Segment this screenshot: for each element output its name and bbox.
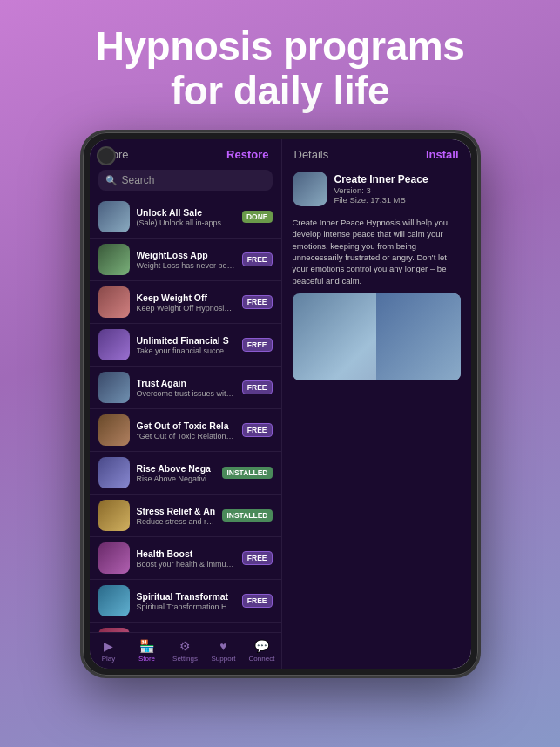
play-icon: ▶ [104,639,113,653]
item-badge: DONE [242,211,273,223]
item-thumbnail [98,585,130,616]
list-item[interactable]: Keep Weight Off Keep Weight Off Hypnosis… [90,281,281,324]
item-thumbnail [98,414,130,446]
item-title: Spiritual Transformat [137,591,235,602]
app-filesize: File Size: 17.31 MB [334,195,461,205]
item-desc: "Get Out of Toxic Relationships Hypnosis… [137,432,235,441]
item-desc: Boost your health & immune system [137,560,235,569]
app-name: Create Inner Peace [334,173,461,185]
item-thumbnail [98,500,130,531]
nav-label-connect: Connect [249,655,275,663]
item-desc: Rise Above Negativity Hypnosis will buil… [137,474,216,483]
app-description: Create Inner Peace Hypnosis will help yo… [282,212,471,293]
item-badge: FREE [242,295,273,309]
item-info: Get Out of Toxic Rela "Get Out of Toxic … [137,421,235,441]
nav-support[interactable]: ♥ Support [205,636,243,665]
item-badge: FREE [242,594,273,608]
connect-icon: 💬 [254,639,269,653]
item-info: Unlock All Sale (Sale) Unlock all in-app… [137,207,235,227]
store-tab[interactable]: Store [102,148,129,161]
item-title: Unlimited Financial S [137,335,235,346]
item-desc: Weight Loss has never been easier! Lose … [137,261,235,270]
item-title: Keep Weight Off [137,293,235,303]
nav-connect[interactable]: 💬 Connect [243,636,281,665]
search-icon: 🔍 [105,175,118,186]
store-panel: Store Restore 🔍 Search Unlock All Sale (… [90,139,281,669]
item-info: Unlimited Financial S Take your financia… [137,335,235,355]
store-header: Store Restore [90,139,281,166]
store-list: Unlock All Sale (Sale) Unlock all in-app… [90,196,281,632]
item-badge: INSTALLED [222,467,272,479]
item-info: Spiritual Transformat Spiritual Transfor… [137,591,235,611]
item-desc: Spiritual Transformation Hypnosis will h… [137,602,235,611]
restore-tab[interactable]: Restore [226,148,268,161]
item-thumbnail [98,372,130,403]
item-badge: FREE [242,380,273,394]
list-item[interactable]: Spiritual Transformat Spiritual Transfor… [90,580,281,622]
search-bar[interactable]: 🔍 Search [98,170,273,191]
item-thumbnail [98,244,130,275]
item-thumbnail [98,201,130,232]
item-title: WeightLoss App [137,250,235,260]
item-badge: FREE [242,551,273,565]
list-item[interactable]: Unlock All Sale (Sale) Unlock all in-app… [90,196,281,239]
item-title: Unlock All Sale [137,207,235,218]
item-thumbnail [98,457,130,488]
item-info: Rise Above Nega Rise Above Negativity Hy… [137,463,216,483]
nav-store[interactable]: 🏪 Store [128,636,166,665]
item-desc: Take your financial success into your ow… [137,347,235,355]
list-item[interactable]: Stress Relief & An Reduce stress and rel… [90,495,281,537]
item-desc: (Sale) Unlock all in-apps permanently to… [137,219,235,227]
item-title: Health Boost [137,548,235,559]
item-badge: FREE [242,252,273,266]
hero-section: Hypnosis programs for daily life [0,0,560,130]
item-info: WeightLoss App Weight Loss has never bee… [137,250,235,270]
tablet-screen: Store Restore 🔍 Search Unlock All Sale (… [90,139,471,669]
item-badge: FREE [242,423,273,437]
app-info-row: Create Inner Peace Version: 3 File Size:… [282,166,471,212]
search-input[interactable]: Search [122,174,155,186]
list-item[interactable]: Trust Again Overcome trust issues with t… [90,367,281,409]
app-meta: Create Inner Peace Version: 3 File Size:… [334,173,461,205]
details-tab-label[interactable]: Details [294,148,329,161]
preview-image [293,293,461,380]
app-version: Version: 3 [334,185,461,195]
list-item[interactable]: Health Boost Boost your health & immune … [90,537,281,580]
item-desc: Overcome trust issues with this soothing… [137,389,235,398]
details-header: Details Install [282,139,471,166]
item-info: Trust Again Overcome trust issues with t… [137,378,235,398]
details-panel: Details Install Create Inner Peace Versi… [281,139,471,669]
nav-settings[interactable]: ⚙ Settings [166,636,205,665]
support-icon: ♥ [219,639,226,653]
item-title: Trust Again [137,378,235,388]
settings-icon: ⚙ [179,639,191,653]
item-title: Stress Relief & An [137,506,216,516]
item-thumbnail [98,329,130,360]
item-info: Stress Relief & An Reduce stress and rel… [137,506,216,526]
preview-silhouette [417,339,435,374]
tablet-device: Store Restore 🔍 Search Unlock All Sale (… [80,130,481,678]
item-desc: Reduce stress and relax your body and mi… [137,517,216,526]
list-item[interactable]: Unlimited Financial S Take your financia… [90,324,281,367]
item-thumbnail [98,286,130,318]
list-item[interactable]: Get Out of Toxic Rela "Get Out of Toxic … [90,409,281,452]
item-desc: Keep Weight Off Hypnosis will help you s… [137,304,235,313]
list-item[interactable]: Soul Transformation Soul Transformation … [90,622,281,632]
item-title: Rise Above Nega [137,463,216,474]
nav-label-support: Support [211,655,235,663]
item-title: Get Out of Toxic Rela [137,421,235,431]
bottom-nav: ▶ Play 🏪 Store ⚙ Settings ♥ Support [90,632,281,669]
list-item[interactable]: Rise Above Nega Rise Above Negativity Hy… [90,452,281,495]
item-badge: INSTALLED [222,509,272,522]
app-icon-large [293,172,327,206]
hero-title: Hypnosis programs for daily life [35,24,525,112]
install-button[interactable]: Install [426,148,459,161]
nav-play[interactable]: ▶ Play [90,636,128,665]
nav-label-store: Store [138,655,155,663]
item-info: Health Boost Boost your health & immune … [137,548,235,569]
store-icon: 🏪 [139,639,154,653]
item-info: Keep Weight Off Keep Weight Off Hypnosis… [137,293,235,313]
list-item[interactable]: WeightLoss App Weight Loss has never bee… [90,239,281,281]
item-badge: FREE [242,338,273,352]
tablet-container: Store Restore 🔍 Search Unlock All Sale (… [0,130,560,678]
